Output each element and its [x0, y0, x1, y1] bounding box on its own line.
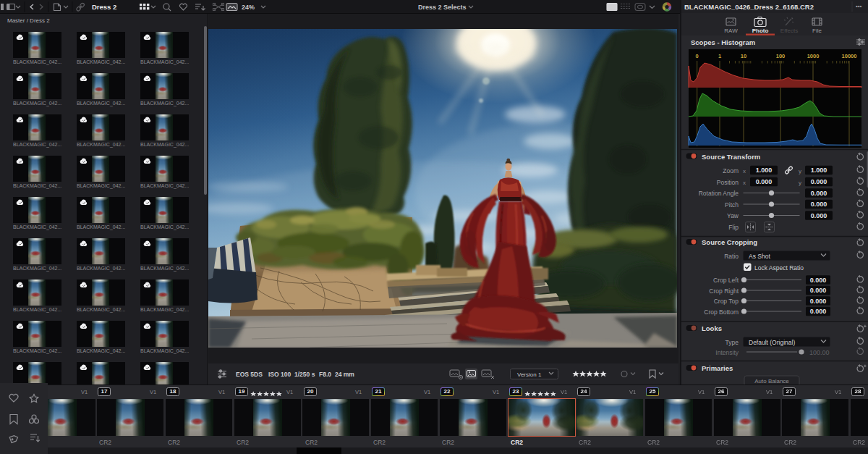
svg-text:File: File	[812, 28, 822, 34]
svg-text:Default (Original): Default (Original)	[749, 339, 795, 346]
svg-text:Type: Type	[726, 339, 739, 346]
svg-text:1/250 s: 1/250 s	[294, 371, 315, 378]
svg-text:Photo: Photo	[752, 28, 769, 34]
svg-text:0.000: 0.000	[756, 178, 773, 185]
svg-text:1.000: 1.000	[756, 167, 773, 174]
svg-text:10000: 10000	[842, 53, 857, 59]
svg-text:0.000: 0.000	[811, 212, 827, 219]
svg-text:y: y	[799, 168, 801, 175]
svg-text:0.000: 0.000	[810, 298, 827, 305]
svg-text:Position: Position	[717, 179, 739, 186]
svg-text:24 mm: 24 mm	[335, 371, 354, 378]
svg-text:Crop Right: Crop Right	[709, 287, 739, 295]
svg-text:Auto Balance: Auto Balance	[754, 378, 789, 384]
svg-text:0: 0	[696, 53, 699, 59]
svg-text:1: 1	[718, 53, 721, 59]
svg-text:Yaw: Yaw	[727, 212, 739, 219]
svg-text:Source Cropping: Source Cropping	[702, 238, 757, 246]
svg-text:Rotation Angle: Rotation Angle	[699, 190, 739, 197]
svg-text:0.000: 0.000	[811, 190, 827, 197]
svg-text:Dress 2: Dress 2	[92, 3, 116, 11]
svg-text:Looks: Looks	[702, 324, 722, 332]
svg-text:y: y	[799, 180, 801, 186]
svg-text:0.000: 0.000	[810, 308, 827, 315]
svg-text:x: x	[743, 180, 746, 186]
svg-text:ISO 100: ISO 100	[268, 371, 291, 378]
svg-text:Crop Top: Crop Top	[714, 298, 739, 305]
svg-text:BLACKMAGIC_0426_Dress 2_6168.C: BLACKMAGIC_0426_Dress 2_6168.CR2	[684, 3, 814, 11]
svg-text:Ratio: Ratio	[724, 253, 739, 260]
svg-text:Effects: Effects	[780, 28, 798, 34]
svg-text:Dress 2 Selects: Dress 2 Selects	[418, 4, 467, 11]
svg-text:0.000: 0.000	[810, 277, 827, 284]
svg-text:0.000: 0.000	[811, 178, 827, 185]
svg-text:0.000: 0.000	[811, 201, 827, 208]
svg-text:Flip: Flip	[728, 224, 739, 231]
svg-text:Version 1: Version 1	[517, 371, 542, 378]
svg-text:RAW: RAW	[724, 28, 738, 34]
svg-text:100: 100	[776, 53, 786, 59]
svg-text:Scopes - Histogram: Scopes - Histogram	[691, 38, 755, 46]
svg-text:EOS 5DS: EOS 5DS	[236, 371, 263, 378]
svg-text:Primaries: Primaries	[702, 364, 733, 372]
svg-text:Lock Aspect Ratio: Lock Aspect Ratio	[754, 264, 804, 272]
svg-text:As Shot: As Shot	[749, 253, 770, 260]
svg-text:Source Transform: Source Transform	[702, 153, 760, 161]
svg-text:•••: •••	[856, 3, 862, 9]
svg-text:1000: 1000	[807, 53, 820, 59]
svg-text:24%: 24%	[242, 4, 255, 11]
svg-text:100.00: 100.00	[809, 349, 830, 356]
svg-text:Zoom: Zoom	[723, 167, 739, 175]
svg-text:Crop Bottom: Crop Bottom	[704, 308, 739, 316]
svg-text:Pitch: Pitch	[725, 201, 739, 209]
svg-text:1.000: 1.000	[811, 167, 827, 174]
svg-text:Intensity: Intensity	[715, 349, 739, 356]
svg-text:x: x	[743, 168, 746, 175]
svg-text:0.000: 0.000	[810, 287, 827, 294]
svg-text:10: 10	[741, 53, 746, 59]
svg-text:F8.0: F8.0	[319, 371, 331, 378]
svg-text:Crop Left: Crop Left	[713, 277, 739, 284]
